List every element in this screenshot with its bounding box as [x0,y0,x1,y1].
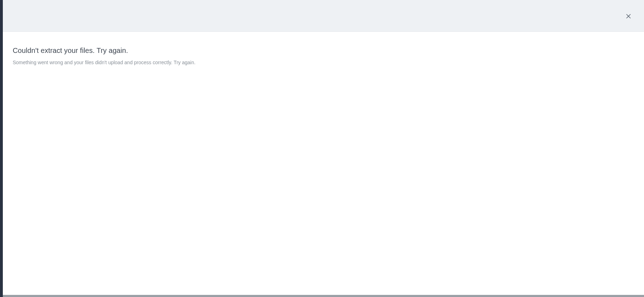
close-icon [625,13,632,19]
upload-error-modal: Couldn't extract your files. Try again. … [3,0,644,295]
modal-body: Couldn't extract your files. Try again. … [3,32,644,295]
error-subtext: Something went wrong and your files didn… [13,59,634,66]
backdrop-left-strip [0,0,3,297]
close-button[interactable] [624,11,633,21]
bottom-shadow [3,295,644,297]
error-title: Couldn't extract your files. Try again. [13,46,634,55]
modal-header [3,0,644,32]
app-viewport: Couldn't extract your files. Try again. … [0,0,644,297]
